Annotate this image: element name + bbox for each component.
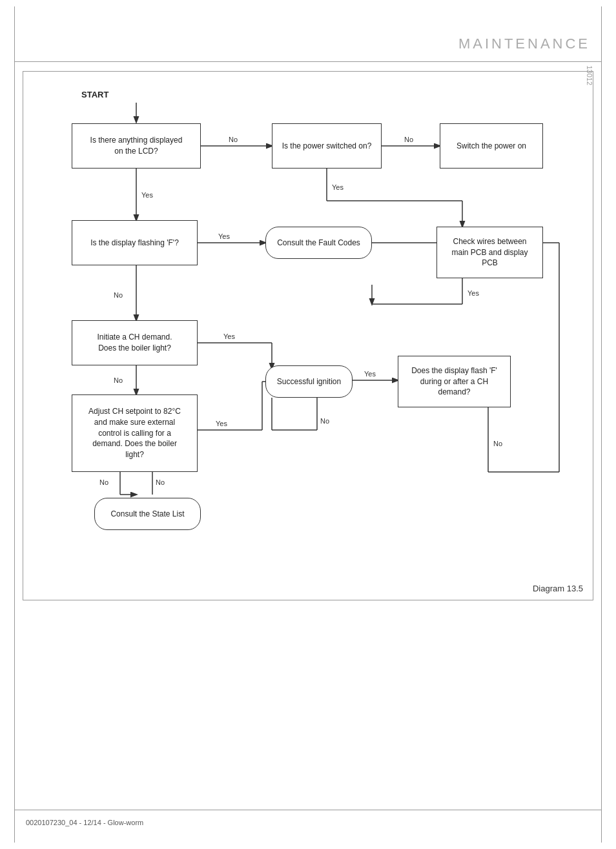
- switch-power-text: Switch the power on: [457, 141, 526, 152]
- svg-text:No: No: [114, 376, 123, 384]
- svg-text:Yes: Yes: [223, 332, 235, 340]
- check-wires-box: Check wires betweenmain PCB and displayP…: [436, 227, 543, 278]
- page-border-bottom: [14, 810, 602, 810]
- svg-text:No: No: [493, 440, 502, 447]
- page-border-top: [14, 61, 602, 62]
- footer-text: 0020107230_04 - 12/14 - Glow-worm: [26, 819, 143, 826]
- successful-ignition-text: Successful ignition: [277, 376, 341, 387]
- fault-codes-box: Consult the Fault Codes: [265, 227, 372, 259]
- adjust-ch-text: Adjust CH setpoint to 82°Cand make sure …: [88, 406, 181, 460]
- svg-text:No: No: [320, 417, 329, 425]
- page-border-left: [14, 6, 15, 843]
- display-flash-ch-box: Does the display flash 'F'during or afte…: [398, 356, 511, 407]
- svg-text:No: No: [99, 478, 108, 486]
- successful-ignition-box: Successful ignition: [265, 365, 353, 398]
- fault-codes-text: Consult the Fault Codes: [277, 238, 360, 249]
- svg-text:Yes: Yes: [218, 232, 230, 240]
- state-list-text: Consult the State List: [110, 509, 184, 520]
- svg-text:Yes: Yes: [216, 420, 227, 427]
- svg-text:No: No: [114, 291, 123, 299]
- state-list-box: Consult the State List: [94, 498, 201, 530]
- svg-text:No: No: [404, 136, 413, 143]
- power-question-text: Is the power switched on?: [282, 141, 372, 152]
- svg-text:Yes: Yes: [141, 191, 153, 199]
- ch-demand-text: Initiate a CH demand.Does the boiler lig…: [97, 332, 172, 354]
- svg-text:No: No: [229, 136, 238, 143]
- ch-demand-box: Initiate a CH demand.Does the boiler lig…: [72, 320, 198, 365]
- page-title: MAINTENANCE: [458, 36, 590, 52]
- svg-text:No: No: [156, 478, 165, 486]
- svg-text:Yes: Yes: [467, 289, 479, 297]
- lcd-question-text: Is there anything displayedon the LCD?: [90, 135, 183, 157]
- adjust-ch-box: Adjust CH setpoint to 82°Cand make sure …: [72, 394, 198, 472]
- display-flashing-text: Is the display flashing 'F'?: [90, 238, 179, 249]
- lcd-question-box: Is there anything displayedon the LCD?: [72, 123, 201, 169]
- display-flash-ch-text: Does the display flash 'F'during or afte…: [411, 365, 497, 398]
- svg-text:Yes: Yes: [332, 183, 344, 191]
- diagram-container: 13012 Diagram 13.5 START No No Yes Yes: [23, 71, 593, 600]
- display-flashing-box: Is the display flashing 'F'?: [72, 220, 198, 265]
- switch-power-box: Switch the power on: [440, 123, 543, 169]
- svg-text:Yes: Yes: [364, 370, 376, 378]
- page-border-right: [601, 6, 602, 843]
- power-question-box: Is the power switched on?: [272, 123, 382, 169]
- check-wires-text: Check wires betweenmain PCB and displayP…: [451, 236, 528, 269]
